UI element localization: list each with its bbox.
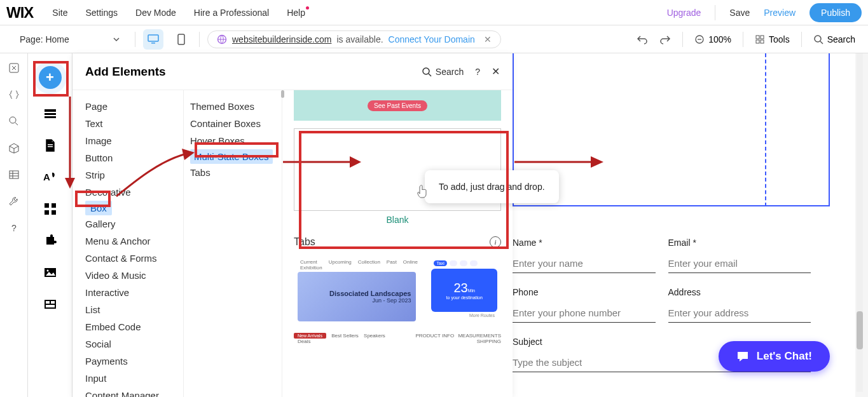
publish-button[interactable]: Publish	[809, 3, 862, 22]
editor-sidebar: + A	[28, 53, 72, 397]
domain-dismiss-button[interactable]: ✕	[484, 34, 492, 44]
panel-header: Add Elements Search ? ✕	[72, 53, 513, 90]
redo-button[interactable]	[659, 34, 671, 45]
themed-box-preview[interactable]: See Past Events	[294, 90, 501, 121]
email-field[interactable]	[668, 254, 811, 273]
zoom-control[interactable]: 100%	[694, 34, 731, 44]
see-past-events-button: See Past Events	[368, 100, 427, 111]
cat-content-mgr[interactable]: Content Manager	[85, 387, 178, 397]
subcat-hover[interactable]: Hover Boxes	[190, 132, 275, 149]
preview-button[interactable]: Preview	[764, 8, 796, 18]
svg-rect-0	[148, 35, 158, 41]
secondbar: Page: Home websitebuilderinside.com is a…	[0, 25, 868, 53]
cat-video[interactable]: Video & Music	[85, 267, 178, 284]
preview-pill: New Arrivals	[294, 333, 326, 339]
selection-border	[829, 53, 830, 206]
panel-help-button[interactable]: ?	[475, 67, 480, 77]
vertical-scrollbar-thumb[interactable]	[857, 311, 863, 349]
content-icon[interactable]	[43, 297, 57, 311]
cat-list[interactable]: List	[85, 301, 178, 318]
braces-icon[interactable]	[8, 89, 20, 100]
connect-domain-link[interactable]: Connect Your Domain	[389, 34, 475, 44]
desktop-view-button[interactable]	[143, 29, 163, 50]
cat-strip[interactable]: Strip	[85, 166, 178, 184]
separator	[743, 32, 743, 47]
menu-hire[interactable]: Hire a Professional	[194, 8, 269, 18]
preview-tab: Deals	[298, 339, 310, 344]
cat-decorative[interactable]: Decorative	[85, 184, 178, 201]
database-icon[interactable]	[8, 169, 20, 180]
svg-rect-5	[756, 36, 759, 39]
hand-cursor-icon	[417, 184, 429, 198]
preview-dest: to your destination	[446, 295, 483, 300]
box-icon[interactable]	[8, 142, 20, 154]
cat-image[interactable]: Image	[85, 132, 178, 149]
panel-search[interactable]: Search	[422, 67, 464, 77]
panel-close-button[interactable]: ✕	[492, 65, 500, 77]
preview-tab: Online	[403, 259, 418, 271]
guide-line	[765, 53, 766, 206]
globe-icon	[217, 34, 227, 44]
cat-input[interactable]: Input	[85, 370, 178, 387]
mobile-view-button[interactable]	[171, 29, 191, 50]
menu-settings[interactable]: Settings	[85, 8, 118, 18]
cat-button[interactable]: Button	[85, 149, 178, 166]
separator	[199, 32, 200, 47]
domain-name[interactable]: websitebuilderinside.com	[232, 34, 331, 44]
cat-box[interactable]: Box	[85, 201, 112, 215]
subcat-tabs[interactable]: Tabs	[190, 164, 275, 181]
subcat-multistate[interactable]: Multi-State Boxes	[190, 149, 273, 164]
name-field[interactable]	[513, 254, 656, 273]
undo-button[interactable]	[637, 34, 648, 45]
tools-button[interactable]: Tools	[755, 34, 790, 44]
help-icon[interactable]: ?	[8, 222, 20, 234]
lower-preview-a[interactable]: New Arrivals Best Sellers Speakers Deals	[294, 333, 395, 344]
cat-page[interactable]: Page	[85, 98, 178, 115]
chat-icon	[736, 350, 749, 363]
cat-interactive[interactable]: Interactive	[85, 284, 178, 301]
tabs-preview-b[interactable]: Taxi 23Min to your destination More Rout…	[427, 254, 501, 325]
add-elements-button[interactable]: +	[39, 66, 62, 89]
svg-rect-2	[178, 34, 184, 44]
design-icon[interactable]: A	[43, 170, 57, 184]
preview-pill: Taxi	[434, 260, 446, 266]
address-field[interactable]	[668, 304, 811, 323]
tabs-preview-a[interactable]: Current Exhibition Upcoming Collection P…	[294, 254, 420, 325]
subcat-themed[interactable]: Themed Boxes	[190, 98, 275, 115]
panel-header-actions: Search ? ✕	[422, 65, 500, 77]
lower-preview-b[interactable]: PRODUCT INFO MEASUREMENTS SHIPPING	[400, 333, 501, 344]
menu-devmode[interactable]: Dev Mode	[135, 8, 176, 18]
drag-drop-tooltip: To add, just drag and drop.	[425, 170, 559, 203]
page-selector[interactable]: Page: Home	[13, 30, 127, 48]
apps-icon[interactable]	[43, 202, 57, 216]
svg-rect-8	[761, 40, 764, 43]
subcat-container[interactable]: Container Boxes	[190, 115, 275, 132]
tabs-info-button[interactable]: i	[490, 236, 501, 248]
media-icon[interactable]	[43, 266, 57, 279]
domain-pill: websitebuilderinside.com is available. C…	[207, 30, 501, 48]
cat-contact[interactable]: Contact & Forms	[85, 250, 178, 267]
cat-menu[interactable]: Menu & Anchor	[85, 232, 178, 250]
preview-title: Dissociated Landscapes	[329, 290, 411, 297]
save-button[interactable]: Save	[729, 8, 750, 18]
wix-logo[interactable]: WIX	[6, 4, 33, 22]
upgrade-link[interactable]: Upgrade	[667, 8, 701, 18]
wrench-icon[interactable]	[8, 196, 20, 207]
menu-help[interactable]: Help	[287, 8, 305, 18]
sections-icon[interactable]	[43, 107, 57, 121]
inspector-icon[interactable]	[8, 62, 20, 74]
cat-payments[interactable]: Payments	[85, 353, 178, 370]
pages-icon[interactable]	[43, 138, 57, 152]
menu-site[interactable]: Site	[52, 8, 67, 18]
phone-field[interactable]	[513, 304, 656, 323]
cat-gallery[interactable]: Gallery	[85, 215, 178, 232]
cat-text[interactable]: Text	[85, 115, 178, 132]
name-label: Name *	[513, 238, 656, 248]
cat-embed[interactable]: Embed Code	[85, 318, 178, 335]
global-search[interactable]: Search	[813, 34, 855, 44]
search-icon[interactable]	[8, 116, 20, 127]
cat-social[interactable]: Social	[85, 335, 178, 353]
svg-rect-1	[151, 43, 155, 44]
chat-button[interactable]: Let's Chat!	[719, 341, 830, 372]
addons-icon[interactable]	[43, 234, 57, 248]
